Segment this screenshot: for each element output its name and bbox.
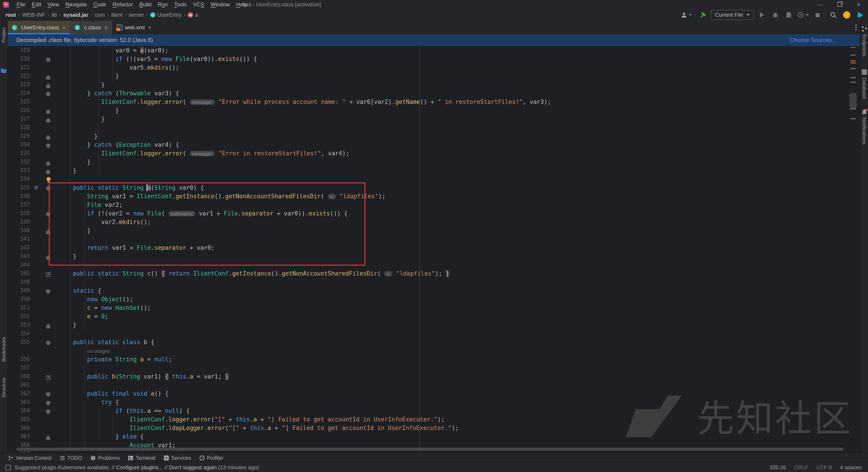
line-number[interactable]: 325 [7,98,33,107]
fold-close-icon[interactable] [46,75,50,79]
line-number[interactable]: 365 [7,416,33,425]
code-line[interactable]: 356 private String a = null; [7,356,551,365]
editor-options-kebab-icon[interactable] [855,24,857,30]
breadcrumb-item-web-inf[interactable]: WEB-INF [22,12,45,18]
line-number[interactable]: 331 [7,150,33,159]
code-text[interactable]: } [50,107,119,115]
code-with-me-icon[interactable] [855,10,865,20]
code-text[interactable]: IlientConf.logger.error( message: "Error… [50,150,349,159]
line-number[interactable]: 357 [7,365,33,373]
line-number[interactable]: 324 [7,90,33,98]
fold-close-icon[interactable] [46,135,50,140]
code-text[interactable] [50,279,59,287]
line-number[interactable]: 364 [7,407,33,416]
breadcrumb-item-ilient[interactable]: ilient [111,12,122,18]
code-text[interactable]: } [50,167,76,176]
horizontal-scrollbar[interactable] [16,448,844,451]
menu-tools[interactable]: Tools [171,0,190,9]
menu-code[interactable]: Code [90,0,110,9]
code-line[interactable]: 367 } else { [7,433,551,442]
menu-refactor[interactable]: Refactor [110,0,136,9]
code-line[interactable]: 366 IlientConf.ldapLogger.error("[" + th… [7,425,551,433]
code-text[interactable] [50,365,59,373]
run-icon[interactable] [757,10,767,20]
menu-build[interactable]: Build [136,0,155,9]
line-number[interactable]: 337 [7,201,33,210]
line-ending[interactable]: CRLF [794,464,808,471]
fold-open-icon[interactable] [46,58,50,62]
line-number[interactable]: 327 [7,115,33,124]
code-line[interactable]: 333 } [7,167,551,176]
fold-close-icon[interactable] [46,161,50,165]
code-text[interactable]: IlientConf.logger.error("[" + this.a + "… [50,416,444,425]
code-line[interactable]: 325 IlientConf.logger.error( message: "E… [7,98,551,107]
code-text[interactable]: var0 = a(var0); [50,47,168,56]
line-number[interactable]: 353 [7,322,33,330]
line-number[interactable]: 343 [7,253,33,262]
code-text[interactable]: public static String c() { return Ilient… [50,270,449,279]
project-folder-icon[interactable] [1,68,6,73]
code-text[interactable]: public final void a() { [50,390,168,399]
line-number[interactable]: 352 [7,313,33,322]
ide-update-icon[interactable]: ↑ [842,10,852,20]
code-text[interactable]: var5.mkdirs(); [50,64,179,73]
debug-icon[interactable] [770,10,780,20]
menu-navigate[interactable]: Navigate [62,0,90,9]
code-line[interactable]: 320 if (!(var5 = new File(var0)).exists(… [7,56,551,64]
code-text[interactable]: IlientConf.ldapLogger.error("[" + this.a… [50,425,459,433]
code-text[interactable]: } [50,73,119,81]
error-stripe[interactable] [848,46,860,452]
breadcrumb-item-lib[interactable]: lib [52,12,57,18]
line-number[interactable]: 349 [7,287,33,296]
code-line[interactable]: 324 } catch (Throwable var3) { [7,90,551,98]
code-text[interactable]: new Object(); [50,296,133,304]
code-line[interactable]: 319 var0 = a(var0); [7,47,551,56]
choose-sources-link[interactable]: Choose Sources... [790,37,836,43]
code-line[interactable]: 321 var5.mkdirs(); [7,64,551,73]
line-number[interactable]: 319 [7,47,33,56]
menu-vcs[interactable]: VCS [190,0,207,9]
line-number[interactable]: 338 [7,210,33,218]
code-line[interactable]: 358+ public b(String var1) { this.a = va… [7,373,551,382]
code-text[interactable]: static { [50,287,101,296]
run-with-coverage-icon[interactable] [784,10,794,20]
tool-window-terminal[interactable]: Terminal [128,455,155,461]
fold-plus-icon[interactable]: + [46,272,51,277]
code-text[interactable]: IlientConf.logger.error( message: "Error… [50,98,551,107]
code-line[interactable]: 329 } [7,133,551,141]
code-line[interactable]: 322 } [7,73,551,81]
line-number[interactable]: 339 [7,218,33,227]
code-line[interactable]: 352 e = 0; [7,313,551,322]
fold-open-icon[interactable] [46,144,50,148]
code-text[interactable]: c = new HashSet(); [50,304,151,313]
tool-window-services[interactable]: Services [163,455,191,461]
code-text[interactable]: private String a = null; [50,356,172,365]
code-text[interactable] [50,124,59,133]
code-text[interactable]: if (!(var5 = new File(var0)).exists()) { [50,56,257,64]
line-number[interactable]: 335 [7,184,33,193]
code-text[interactable] [50,382,59,390]
tool-window-version-control[interactable]: Version Control [8,455,51,461]
code-text[interactable]: } catch (Throwable var3) { [50,90,179,98]
breadcrumb-item-userentry[interactable]: CUserEntry [150,12,182,18]
code-text[interactable]: } [50,81,105,90]
line-number[interactable]: 350 [7,296,33,304]
line-number[interactable]: 344 [7,262,33,270]
line-number[interactable]: 345 [7,270,33,279]
indent-style[interactable]: 4 spaces [840,464,862,471]
fold-close-icon[interactable] [46,109,50,114]
code-line[interactable]: 332 } [7,159,551,167]
line-number[interactable]: 362 [7,390,33,399]
code-line[interactable]: 361 [7,382,551,390]
code-line[interactable]: 323 } [7,81,551,90]
line-number[interactable]: 336 [7,193,33,201]
line-number[interactable]: 367 [7,433,33,442]
breadcrumb-item-server[interactable]: server [129,12,144,18]
configure-plugins-link[interactable]: Configure plugins... [116,464,163,471]
breadcrumb-item-a[interactable]: ma [188,12,198,18]
fold-open-icon[interactable] [46,401,50,406]
code-text[interactable]: no usages [50,347,110,356]
line-number[interactable]: 341 [7,236,33,244]
menu-window[interactable]: Window [208,0,233,9]
code-line[interactable]: 365 IlientConf.logger.error("[" + this.a… [7,416,551,425]
